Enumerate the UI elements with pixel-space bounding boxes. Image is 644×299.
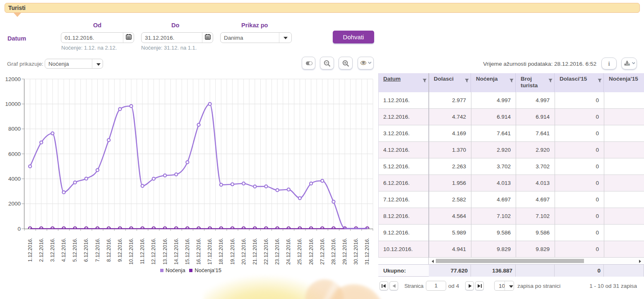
svg-text:31.12.2016.: 31.12.2016. bbox=[364, 238, 370, 265]
svg-text:15.12.2016.: 15.12.2016. bbox=[185, 238, 190, 265]
svg-text:16.12.2016.: 16.12.2016. bbox=[196, 238, 202, 265]
svg-text:28.12.2016.: 28.12.2016. bbox=[331, 238, 336, 265]
svg-text:22.12.2016.: 22.12.2016. bbox=[263, 238, 269, 265]
svg-text:12000: 12000 bbox=[5, 76, 21, 82]
svg-text:3.12.2016.: 3.12.2016. bbox=[50, 238, 55, 262]
svg-text:1.12.2016.: 1.12.2016. bbox=[27, 238, 33, 262]
svg-text:19.12.2016.: 19.12.2016. bbox=[230, 238, 235, 265]
svg-text:9.12.2016.: 9.12.2016. bbox=[117, 238, 123, 262]
svg-text:8.12.2016.: 8.12.2016. bbox=[106, 238, 112, 262]
svg-text:2.12.2016.: 2.12.2016. bbox=[38, 238, 44, 262]
svg-text:14.12.2016.: 14.12.2016. bbox=[173, 238, 179, 265]
svg-text:10000: 10000 bbox=[5, 101, 21, 107]
svg-text:5.12.2016.: 5.12.2016. bbox=[72, 238, 78, 262]
svg-text:6000: 6000 bbox=[8, 151, 21, 157]
svg-text:10.12.2016.: 10.12.2016. bbox=[128, 238, 134, 265]
svg-text:27.12.2016.: 27.12.2016. bbox=[320, 238, 325, 265]
svg-text:24.12.2016.: 24.12.2016. bbox=[286, 238, 291, 265]
svg-text:4000: 4000 bbox=[8, 176, 21, 182]
svg-text:11.12.2016.: 11.12.2016. bbox=[139, 238, 145, 264]
svg-text:25.12.2016.: 25.12.2016. bbox=[297, 238, 303, 265]
svg-text:8000: 8000 bbox=[8, 126, 21, 132]
svg-text:2000: 2000 bbox=[8, 201, 21, 207]
svg-text:20.12.2016.: 20.12.2016. bbox=[241, 238, 247, 265]
svg-text:13.12.2016.: 13.12.2016. bbox=[162, 238, 168, 265]
svg-text:12.12.2016.: 12.12.2016. bbox=[151, 238, 156, 265]
svg-text:26.12.2016.: 26.12.2016. bbox=[308, 238, 314, 265]
svg-text:6.12.2016.: 6.12.2016. bbox=[83, 238, 89, 262]
svg-text:21.12.2016.: 21.12.2016. bbox=[252, 238, 258, 265]
svg-text:29.12.2016.: 29.12.2016. bbox=[342, 238, 348, 265]
svg-text:0: 0 bbox=[17, 226, 21, 232]
svg-text:23.12.2016.: 23.12.2016. bbox=[274, 238, 280, 265]
svg-text:18.12.2016.: 18.12.2016. bbox=[218, 238, 224, 265]
svg-text:4.12.2016.: 4.12.2016. bbox=[61, 238, 67, 262]
svg-text:7.12.2016.: 7.12.2016. bbox=[95, 238, 101, 262]
svg-text:17.12.2016.: 17.12.2016. bbox=[207, 238, 213, 265]
svg-text:30.12.2016.: 30.12.2016. bbox=[353, 238, 359, 265]
